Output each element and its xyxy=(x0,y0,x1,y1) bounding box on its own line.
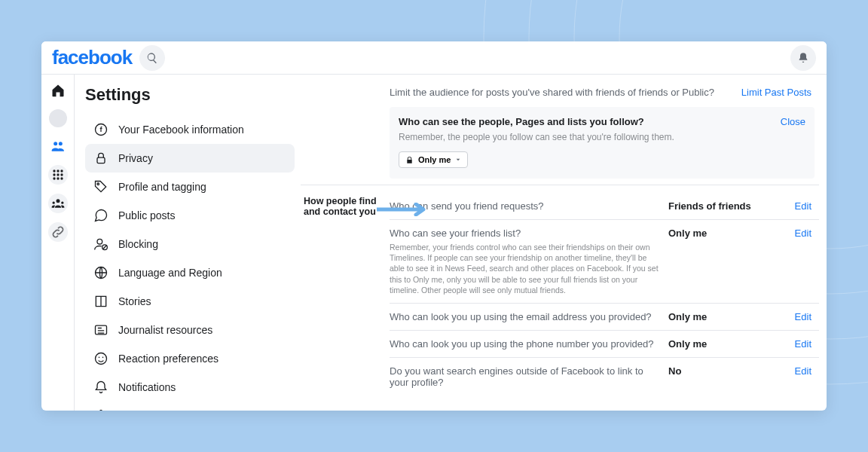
setting-row: Who can look you up using the email addr… xyxy=(390,303,819,330)
setting-question: Do you want search engines outside of Fa… xyxy=(390,365,668,388)
edit-link[interactable]: Edit xyxy=(766,311,811,322)
sidebar-item-blocking[interactable]: Blocking xyxy=(85,230,295,258)
section-label-contact: How people find and contact you xyxy=(301,193,390,396)
notifications-button[interactable] xyxy=(790,45,816,71)
page-title: Settings xyxy=(85,85,295,105)
app-window: facebook Settings fYour Facebook informa… xyxy=(41,41,827,411)
setting-row: Do you want search engines outside of Fa… xyxy=(390,357,819,396)
search-icon xyxy=(146,52,158,64)
topbar: facebook xyxy=(41,41,827,75)
sidebar-item-privacy[interactable]: Privacy xyxy=(85,144,295,173)
setting-row: Who can see your friends list?Remember, … xyxy=(390,219,819,303)
close-link[interactable]: Close xyxy=(781,116,805,127)
edit-link[interactable]: Edit xyxy=(766,200,811,212)
sidebar-item-language[interactable]: Language and Region xyxy=(85,258,295,287)
left-rail xyxy=(41,75,75,411)
svg-point-17 xyxy=(97,239,102,244)
svg-point-21 xyxy=(96,353,107,365)
search-button[interactable] xyxy=(139,45,165,71)
audience-selector[interactable]: Only me xyxy=(399,151,468,168)
sidebar-item-label: Blocking xyxy=(118,238,158,250)
svg-point-4 xyxy=(53,170,55,172)
edit-link[interactable]: Edit xyxy=(766,228,811,295)
edit-link[interactable]: Edit xyxy=(766,365,811,388)
bell-icon xyxy=(797,52,809,64)
lock-icon xyxy=(405,156,414,164)
expanded-subtitle: Remember, the people you follow can see … xyxy=(399,132,805,142)
setting-value: Only me xyxy=(668,338,766,350)
svg-point-7 xyxy=(53,173,55,176)
svg-point-10 xyxy=(53,177,55,179)
setting-value: No xyxy=(668,365,766,388)
sidebar-item-reaction[interactable]: Reaction preferences xyxy=(85,344,295,373)
audience-selector-label: Only me xyxy=(418,155,451,164)
setting-question: Who can look you up using the phone numb… xyxy=(390,338,668,350)
setting-question: Who can send you friend requests? xyxy=(390,200,668,212)
rail-grid[interactable] xyxy=(48,165,68,185)
svg-point-22 xyxy=(99,357,100,359)
rail-home[interactable] xyxy=(48,81,68,100)
setting-question: Who can see your friends list?Remember, … xyxy=(390,228,668,295)
sidebar-item-label: Apps and Websites xyxy=(118,410,209,411)
limit-past-posts-link[interactable]: Limit Past Posts xyxy=(741,87,811,98)
sidebar-item-stories[interactable]: Stories xyxy=(85,287,295,316)
setting-value: Only me xyxy=(668,311,766,322)
sidebar-item-label: Notifications xyxy=(118,381,176,393)
svg-rect-15 xyxy=(97,157,105,163)
setting-row: Who can send you friend requests?Friends… xyxy=(390,193,819,219)
main-content: Limit the audience for posts you've shar… xyxy=(301,75,827,411)
svg-point-9 xyxy=(60,173,63,176)
svg-point-8 xyxy=(57,173,59,176)
setting-value: Friends of friends xyxy=(668,200,766,212)
expanded-setting-follow: Close Who can see the people, Pages and … xyxy=(390,107,815,179)
svg-point-11 xyxy=(57,177,59,179)
sidebar-item-label: Profile and tagging xyxy=(118,181,206,193)
sidebar-item-public-posts[interactable]: Public posts xyxy=(85,201,295,230)
sidebar-item-label: Stories xyxy=(118,295,151,307)
expanded-title: Who can see the people, Pages and lists … xyxy=(399,116,805,127)
sidebar-item-label: Privacy xyxy=(118,152,153,164)
sidebar-item-label: Language and Region xyxy=(118,267,222,279)
svg-point-5 xyxy=(57,170,59,172)
sidebar-item-notifications[interactable]: Notifications xyxy=(85,373,295,402)
rail-friends[interactable] xyxy=(48,136,68,156)
svg-point-23 xyxy=(102,357,104,359)
settings-sidebar: Settings fYour Facebook information Priv… xyxy=(75,75,301,411)
setting-question: Who can look you up using the email addr… xyxy=(390,311,668,322)
rail-groups[interactable] xyxy=(48,194,68,213)
setting-row: Who can look you up using the phone numb… xyxy=(390,330,819,357)
sidebar-item-profile-tagging[interactable]: Profile and tagging xyxy=(85,173,295,201)
rail-link[interactable] xyxy=(48,222,68,242)
edit-link[interactable]: Edit xyxy=(766,338,811,350)
sidebar-item-label: Public posts xyxy=(118,209,175,221)
sidebar-item-your-info[interactable]: fYour Facebook information xyxy=(85,115,295,144)
facebook-logo[interactable]: facebook xyxy=(52,46,132,69)
sidebar-item-label: Your Facebook information xyxy=(118,124,244,136)
sidebar-item-journalist[interactable]: Journalist resources xyxy=(85,316,295,344)
svg-point-6 xyxy=(60,170,63,172)
svg-point-12 xyxy=(60,177,63,179)
limit-posts-question: Limit the audience for posts you've shar… xyxy=(390,87,741,98)
setting-description: Remember, your friends control who can s… xyxy=(390,242,659,295)
sidebar-item-label: Journalist resources xyxy=(118,324,212,336)
setting-value: Only me xyxy=(668,228,766,295)
svg-point-16 xyxy=(97,183,99,185)
sidebar-item-label: Reaction preferences xyxy=(118,353,219,365)
rail-avatar[interactable] xyxy=(49,109,67,127)
chevron-down-icon xyxy=(455,157,461,163)
sidebar-item-apps[interactable]: Apps and Websites xyxy=(85,402,295,411)
svg-text:f: f xyxy=(99,126,102,133)
